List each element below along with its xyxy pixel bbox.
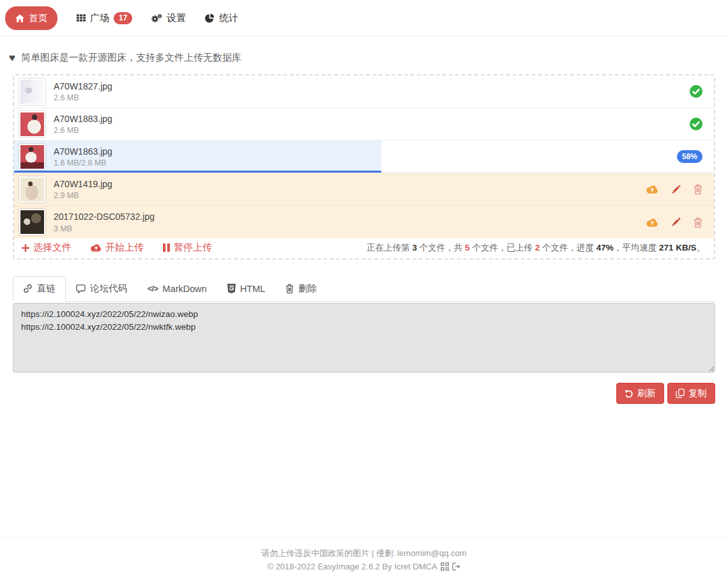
file-size: 2.6 MB xyxy=(54,93,112,102)
upload-dropzone: A70W1827.jpg 2.6 MB A70W1883.jpg 2.6 MB xyxy=(13,74,715,259)
grid-icon xyxy=(77,13,86,22)
nav-item-settings[interactable]: 设置 xyxy=(151,12,186,24)
select-files-button[interactable]: 选择文件 xyxy=(22,242,72,254)
file-size: 2.6 MB xyxy=(54,126,112,135)
copy-icon xyxy=(676,389,685,398)
file-row-pending: 20171022-DSC05732.jpg 3 MB xyxy=(14,206,714,238)
check-circle-icon xyxy=(690,118,702,130)
file-thumbnail[interactable] xyxy=(19,209,45,235)
link-icon xyxy=(23,284,33,293)
file-size: 2.9 MB xyxy=(54,191,112,200)
pause-icon xyxy=(163,243,170,252)
nav-item-home[interactable]: 首页 xyxy=(5,6,57,30)
file-name: A70W1827.jpg xyxy=(54,81,112,92)
tab-forum-code[interactable]: 论坛代码 xyxy=(66,276,137,302)
upload-toolbar: 选择文件 开始上传 暂停上传 正在上传第 3 个文件，共 5 个文件，已上传 2… xyxy=(14,238,714,258)
comment-icon xyxy=(76,284,86,293)
tab-markdown-label: MarkDown xyxy=(163,284,207,294)
file-thumbnail[interactable] xyxy=(19,176,45,203)
file-row-pending: A70W1419.jpg 2.9 MB xyxy=(14,173,714,206)
pencil-icon[interactable] xyxy=(671,185,681,194)
tab-delete[interactable]: 删除 xyxy=(275,276,327,302)
copy-label: 复制 xyxy=(688,387,707,399)
progress-percent-badge: 58% xyxy=(677,150,702,163)
cloud-upload-icon xyxy=(91,243,102,252)
tab-forum-label: 论坛代码 xyxy=(90,282,127,295)
tab-html[interactable]: HTML xyxy=(217,276,275,302)
link-output-section: https://i2.100024.xyz/2022/05/22/nwizao.… xyxy=(13,303,715,375)
footer-policy-line: 请勿上传违反中国政策的图片 | 侵删: lemomim@qq.com xyxy=(0,547,728,560)
tab-delete-label: 删除 xyxy=(298,282,317,295)
copy-button[interactable]: 复制 xyxy=(667,383,715,404)
file-thumbnail[interactable] xyxy=(19,144,45,170)
pie-chart-icon xyxy=(205,13,215,23)
nav-stats-label: 统计 xyxy=(219,12,238,24)
gears-icon xyxy=(151,13,162,23)
pause-upload-button[interactable]: 暂停上传 xyxy=(163,242,212,254)
code-icon: </> xyxy=(148,284,158,293)
file-name: 20171022-DSC05732.jpg xyxy=(54,211,155,222)
file-name: A70W1863.jpg xyxy=(54,146,112,157)
file-row: A70W1883.jpg 2.6 MB xyxy=(14,108,714,141)
refresh-label: 刷新 xyxy=(637,387,656,399)
refresh-icon xyxy=(625,389,633,398)
file-row-uploading: A70W1863.jpg 1.6 MB/2.8 MB 58% xyxy=(14,141,714,173)
plus-icon xyxy=(22,244,29,252)
heart-icon: ♥ xyxy=(9,52,15,63)
upload-status-text: 正在上传第 3 个文件，共 5 个文件，已上传 2 个文件，进度 47%，平均速… xyxy=(367,242,705,254)
trash-icon[interactable] xyxy=(694,184,702,194)
file-size: 3 MB xyxy=(54,224,155,233)
top-navbar: 首页 广场 17 xyxy=(0,0,728,36)
check-circle-icon xyxy=(690,85,702,98)
tab-direct-link[interactable]: 直链 xyxy=(13,276,66,302)
link-output-textarea[interactable]: https://i2.100024.xyz/2022/05/22/nwizao.… xyxy=(13,303,715,373)
logout-icon[interactable] xyxy=(452,562,461,571)
plaza-count-badge: 17 xyxy=(114,12,132,24)
nav-settings-label: 设置 xyxy=(167,12,186,24)
link-format-tabs: 直链 论坛代码 </> MarkDown HTML 删除 xyxy=(13,276,715,302)
nav-plaza-label: 广场 xyxy=(90,12,109,24)
html5-icon xyxy=(227,284,236,293)
nav-home-label: 首页 xyxy=(29,12,47,24)
pencil-icon[interactable] xyxy=(671,217,681,227)
cloud-upload-icon[interactable] xyxy=(646,185,658,194)
start-upload-button[interactable]: 开始上传 xyxy=(91,242,144,254)
file-thumbnail[interactable] xyxy=(19,79,45,105)
page-footer: 请勿上传违反中国政策的图片 | 侵删: lemomim@qq.com © 201… xyxy=(0,537,728,579)
site-tagline: ♥ 简单图床是一款开源图床，支持多文件上传无数据库 xyxy=(9,52,715,64)
file-size: 1.6 MB/2.8 MB xyxy=(54,158,112,167)
file-thumbnail[interactable] xyxy=(19,111,45,137)
nav-item-stats[interactable]: 统计 xyxy=(205,12,238,24)
file-name: A70W1883.jpg xyxy=(54,113,112,125)
nav-item-plaza[interactable]: 广场 17 xyxy=(77,12,132,24)
tagline-text: 简单图床是一款开源图床，支持多文件上传无数据库 xyxy=(21,52,241,64)
tab-direct-label: 直链 xyxy=(37,282,56,295)
file-name: A70W1419.jpg xyxy=(54,178,112,190)
home-icon xyxy=(15,14,24,22)
refresh-button[interactable]: 刷新 xyxy=(616,383,664,404)
start-upload-label: 开始上传 xyxy=(105,242,144,254)
cloud-upload-icon[interactable] xyxy=(646,218,658,227)
footer-copyright: © 2018-2022 EasyImage 2.6.2 By Icret DMC… xyxy=(267,560,437,573)
trash-icon[interactable] xyxy=(694,217,702,228)
tab-markdown[interactable]: </> MarkDown xyxy=(137,276,217,302)
output-actions: 刷新 复制 xyxy=(13,383,715,404)
select-files-label: 选择文件 xyxy=(33,242,72,254)
tab-html-label: HTML xyxy=(240,284,265,294)
qr-code-icon[interactable] xyxy=(441,562,449,571)
file-row: A70W1827.jpg 2.6 MB xyxy=(14,75,714,108)
trash-icon xyxy=(285,284,294,293)
pause-upload-label: 暂停上传 xyxy=(174,242,212,254)
